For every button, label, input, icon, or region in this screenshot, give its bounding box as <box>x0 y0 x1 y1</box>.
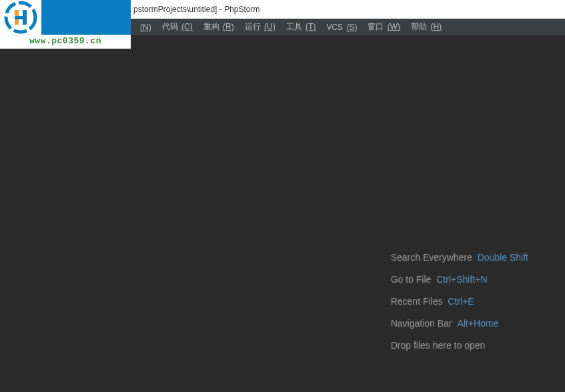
menu-item-tools[interactable]: 工具 (T) <box>281 21 322 33</box>
hint-search-everywhere: Search Everywhere Double Shift <box>391 252 528 263</box>
hint-drop-files: Drop files here to open <box>391 340 528 351</box>
svg-rect-3 <box>15 16 27 19</box>
watermark-logo: www.pc0359.cn <box>0 0 131 49</box>
menu-item-refactor[interactable]: 重构 (R) <box>198 21 239 33</box>
logo-icon <box>0 0 41 35</box>
menu-item-n[interactable]: (N) <box>133 23 157 32</box>
menu-item-run[interactable]: 运行 (U) <box>239 21 281 33</box>
hint-recent-files: Recent Files Ctrl+E <box>391 296 528 307</box>
welcome-hints: Search Everywhere Double Shift Go to Fil… <box>391 252 528 362</box>
editor-area[interactable]: Search Everywhere Double Shift Go to Fil… <box>0 35 565 392</box>
logo-url: www.pc0359.cn <box>0 35 131 47</box>
menu-item-window[interactable]: 窗口 (W) <box>362 21 406 33</box>
menu-item-vcs[interactable]: VCS (S) <box>321 23 362 32</box>
menu-item-help[interactable]: 帮助 (H) <box>406 21 447 33</box>
logo-blue-bar <box>41 0 131 35</box>
menu-item-code[interactable]: 代码 (C) <box>157 21 198 33</box>
logo-top <box>0 0 131 35</box>
hint-go-to-file: Go to File Ctrl+Shift+N <box>391 274 528 285</box>
title-text: pstormProjects\untitled] - PhpStorm <box>133 5 259 14</box>
hint-navigation-bar: Navigation Bar Alt+Home <box>391 318 528 329</box>
